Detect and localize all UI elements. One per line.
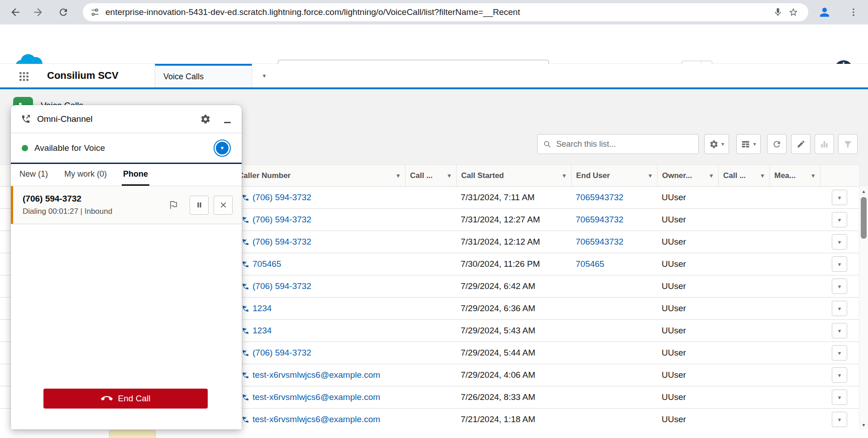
column-header-owner[interactable]: Owner... ▾ bbox=[657, 165, 718, 186]
call-cell bbox=[405, 275, 456, 297]
measure-cell bbox=[769, 409, 820, 430]
chevron-down-icon: ▾ bbox=[753, 141, 756, 147]
browser-menu-button[interactable] bbox=[844, 3, 863, 21]
filter-button[interactable] bbox=[838, 134, 858, 154]
call-cell-2 bbox=[718, 209, 769, 231]
omni-channel-title: Omni-Channel bbox=[37, 114, 93, 124]
row-actions-button[interactable]: ▾ bbox=[832, 256, 847, 272]
tab-voice-calls[interactable]: Voice Calls bbox=[155, 64, 252, 87]
caller-number-link[interactable]: (706) 594-3732 bbox=[253, 237, 311, 247]
refresh-button[interactable] bbox=[767, 134, 787, 154]
omni-tab-new[interactable]: New (1) bbox=[18, 164, 49, 186]
edit-button[interactable] bbox=[791, 134, 811, 154]
omni-tab-phone[interactable]: Phone bbox=[122, 164, 149, 186]
address-bar[interactable]: enterprise-innovation-5431-dev-ed.scratc… bbox=[83, 3, 808, 21]
row-actions-button[interactable]: ▾ bbox=[832, 367, 847, 383]
close-work-item-button[interactable] bbox=[214, 196, 233, 215]
column-chevron-icon[interactable]: ▾ bbox=[808, 172, 815, 179]
caller-number-link[interactable]: test-x6rvsmlwjcs6@example.com bbox=[253, 370, 380, 380]
close-icon bbox=[219, 201, 228, 209]
call-cell-2 bbox=[718, 187, 769, 208]
caller-number-link[interactable]: 1234 bbox=[253, 326, 272, 336]
call-cell-2 bbox=[718, 298, 769, 319]
end-user-link[interactable]: 7065943732 bbox=[576, 193, 624, 202]
voice-search-mic-button[interactable] bbox=[770, 5, 786, 20]
column-header-call-started[interactable]: Call Started ▾ bbox=[456, 165, 571, 186]
row-actions-button[interactable]: ▾ bbox=[832, 190, 847, 205]
caller-number-link[interactable]: 1234 bbox=[253, 303, 272, 313]
end-call-button[interactable]: End Call bbox=[43, 389, 208, 409]
omni-channel-panel: Omni-Channel Available for Voice ▾ New (… bbox=[11, 105, 242, 429]
end-user-link[interactable]: 705465 bbox=[576, 259, 604, 269]
caller-number-link[interactable]: (706) 594-3732 bbox=[253, 348, 311, 358]
salesforce-voice-calls-screen: enterprise-innovation-5431-dev-ed.scratc… bbox=[0, 0, 868, 438]
vertical-scrollbar[interactable]: ▲ ▼ bbox=[859, 187, 868, 429]
column-chevron-icon[interactable]: ▾ bbox=[645, 172, 652, 179]
scrollbar-thumb[interactable] bbox=[861, 197, 867, 239]
column-chevron-icon[interactable]: ▾ bbox=[393, 172, 400, 179]
presence-status-dropdown-button[interactable]: ▾ bbox=[214, 140, 231, 157]
row-actions-button[interactable]: ▾ bbox=[832, 301, 847, 316]
omni-settings-button[interactable] bbox=[200, 114, 211, 125]
column-chevron-icon[interactable]: ▾ bbox=[444, 172, 451, 179]
site-info-icon[interactable] bbox=[90, 7, 100, 17]
chart-button[interactable] bbox=[815, 134, 834, 154]
caller-number-link[interactable]: test-x6rvsmlwjcs6@example.com bbox=[253, 414, 380, 424]
browser-reload-button[interactable] bbox=[54, 3, 72, 21]
table-icon bbox=[741, 140, 750, 149]
pause-button[interactable] bbox=[190, 196, 209, 215]
caller-number-link[interactable]: (706) 594-3732 bbox=[253, 281, 311, 291]
column-chevron-icon[interactable]: ▾ bbox=[757, 172, 764, 179]
end-call-label: End Call bbox=[118, 394, 151, 404]
scroll-up-button[interactable]: ▲ bbox=[859, 187, 868, 196]
browser-back-button[interactable] bbox=[6, 3, 24, 21]
call-cell-2 bbox=[718, 253, 769, 275]
omni-minimize-button[interactable] bbox=[223, 113, 232, 125]
measure-cell bbox=[769, 364, 820, 386]
row-actions-button[interactable]: ▾ bbox=[832, 345, 847, 361]
forward-arrow-icon bbox=[32, 6, 44, 18]
presence-status-label: Available for Voice bbox=[34, 143, 105, 153]
row-actions-cell: ▾ bbox=[820, 275, 859, 297]
row-actions-cell: ▾ bbox=[820, 364, 859, 386]
row-actions-button[interactable]: ▾ bbox=[832, 212, 847, 227]
browser-profile-button[interactable] bbox=[816, 3, 834, 21]
owner-cell: UUser bbox=[657, 187, 718, 208]
call-cell bbox=[405, 187, 456, 208]
caller-number-link[interactable]: (706) 594-3732 bbox=[253, 193, 311, 202]
omni-tab-my-work[interactable]: My work (0) bbox=[63, 164, 108, 186]
app-launcher-button[interactable] bbox=[17, 70, 31, 83]
list-view-controls-button[interactable]: ▾ bbox=[704, 134, 729, 154]
bottom-strip bbox=[0, 429, 868, 438]
end-user-link[interactable]: 7065943732 bbox=[576, 237, 624, 247]
column-header-end-user[interactable]: End User ▾ bbox=[571, 165, 657, 186]
end-user-link[interactable]: 7065943732 bbox=[576, 215, 624, 225]
search-icon bbox=[543, 140, 552, 149]
row-actions-button[interactable]: ▾ bbox=[832, 390, 847, 405]
omni-channel-call-icon bbox=[21, 114, 31, 124]
caller-number-link[interactable]: 705465 bbox=[253, 259, 281, 269]
column-header-call-1[interactable]: Call ... ▾ bbox=[405, 165, 456, 186]
list-search-input[interactable] bbox=[556, 140, 693, 149]
scroll-down-button[interactable]: ▼ bbox=[859, 420, 868, 429]
owner-cell: UUser bbox=[657, 342, 718, 364]
row-actions-button[interactable]: ▾ bbox=[832, 412, 847, 427]
refresh-icon bbox=[772, 140, 782, 149]
browser-forward-button[interactable] bbox=[29, 3, 47, 21]
tab-dropdown-button[interactable]: ▾ bbox=[256, 64, 272, 87]
row-actions-button[interactable]: ▾ bbox=[832, 234, 847, 250]
caller-number-link[interactable]: test-x6rvsmlwjcs6@example.com bbox=[253, 392, 380, 402]
column-chevron-icon[interactable]: ▾ bbox=[706, 172, 713, 179]
display-as-button[interactable]: ▾ bbox=[736, 134, 761, 154]
raise-flag-button[interactable] bbox=[166, 198, 180, 212]
list-search-box[interactable] bbox=[537, 134, 699, 154]
row-actions-button[interactable]: ▾ bbox=[832, 323, 847, 338]
bookmark-star-button[interactable] bbox=[786, 5, 801, 20]
column-header-measure[interactable]: Mea... ▾ bbox=[769, 165, 820, 186]
caller-number-link[interactable]: (706) 594-3732 bbox=[253, 215, 311, 225]
call-work-item[interactable]: (706) 594-3732 Dialing 00:01:27 | Inboun… bbox=[11, 186, 242, 224]
column-header-call-2[interactable]: Call ... ▾ bbox=[718, 165, 769, 186]
row-actions-button[interactable]: ▾ bbox=[832, 279, 847, 294]
column-chevron-icon[interactable]: ▾ bbox=[559, 172, 566, 179]
end-user-cell bbox=[571, 275, 657, 297]
